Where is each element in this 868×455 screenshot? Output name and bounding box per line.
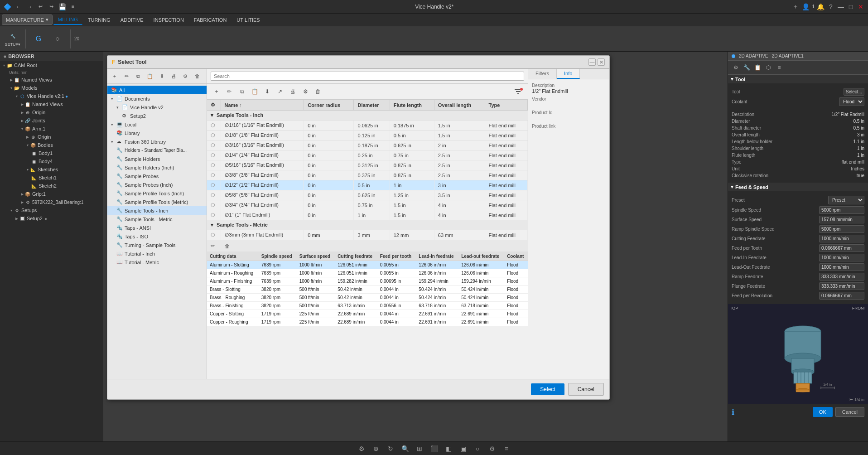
rp-leadin-input[interactable] [819,254,864,261]
tree-item-bearing[interactable]: ▶ ⚙ 5972K222_Ball Bearing:1 [0,198,103,206]
lib-add-btn[interactable]: + [109,71,120,82]
add-tab-btn[interactable]: ＋ [792,3,799,10]
lib-settings-btn[interactable]: ⚙ [180,71,191,82]
tree-item-named-views2[interactable]: ▶ 📋 Named Views [0,100,103,108]
status-icon-display[interactable]: ▣ [458,443,468,454]
tab-info[interactable]: Info [557,69,580,79]
cutting-row-2[interactable]: Aluminum - Roughing 7639 rpm 1000 ft/min… [207,269,528,277]
rp-info-icon[interactable]: ℹ [732,408,734,416]
lib-item-setup2[interactable]: ⚙ Setup2 [107,111,207,120]
tool-row-7[interactable]: ⬡ ∅1/2" (1/2" Flat Endmill) 0 in 0.5 in … [207,180,528,190]
lib-item-holders-std[interactable]: 🔧 Holders - Standard Taper Bla... [107,146,207,155]
menu-additive[interactable]: ADDITIVE [116,15,148,24]
paste-tool-btn[interactable]: ⬇ [261,86,273,97]
col-corner-radius[interactable]: Corner radius [304,100,354,111]
lib-item-sample-probes[interactable]: 🔧 Sample Probes [107,172,207,180]
tool-row-3[interactable]: ⬡ ∅3/16" (3/16" Flat Endmill) 0 in 0.187… [207,140,528,150]
dialog-cancel-btn[interactable]: Cancel [568,383,604,396]
col-name[interactable]: Name ↑ [221,100,304,111]
tree-item-vice-handle[interactable]: ▾ ⬡ Vice Handle v2:1 ● [0,92,103,100]
lib-item-local[interactable]: ▾ 💻 Local [107,120,207,129]
browser-header[interactable]: « BROWSER [0,52,103,61]
window-max-btn[interactable]: □ [847,3,854,10]
rp-plunge-input[interactable] [819,282,864,290]
nav-back-btn[interactable]: ← [15,3,22,10]
file-menu[interactable]: ≡ [69,3,77,10]
lib-item-documents[interactable]: ▾ 📄 Documents [107,94,207,103]
lib-item-turning-sample-tools[interactable]: 🔧 Turning - Sample Tools [107,241,207,249]
status-icon-view[interactable]: ◧ [443,443,454,454]
col-diameter[interactable]: Diameter [354,100,390,111]
menu-utilities[interactable]: UTILITIES [232,15,264,24]
cutting-row-3[interactable]: Aluminum - Finishing 7639 rpm 1000 ft/mi… [207,277,528,286]
tree-item-joints[interactable]: ▶ 🔗 Joints [0,116,103,125]
lib-import-btn[interactable]: ⬇ [156,71,167,82]
cutting-col-leadin[interactable]: Lead-in feedrate [416,252,458,261]
tree-item-sketches[interactable]: ▾ 📐 Sketches [0,165,103,174]
bell-btn[interactable]: 🔔 [817,3,825,10]
edit-cutting-btn[interactable]: ✏ [211,243,215,248]
rp-preset-select[interactable]: Preset [828,196,864,204]
rp-ramp-spindle-input[interactable] [819,225,864,233]
tab-filters[interactable]: Filters [528,69,557,79]
rp-icon-2[interactable]: 🔧 [742,63,752,73]
tool-row-1[interactable]: ⬡ ∅1/16" (1/16" Flat Endmill) 0 in 0.062… [207,121,528,131]
lib-edit-btn[interactable]: ✏ [121,71,132,82]
dialog-minimize-btn[interactable]: — [588,58,596,66]
lib-item-sample-probes-inch[interactable]: 🔧 Sample Probes (Inch) [107,180,207,189]
lib-item-library[interactable]: 📚 Library [107,129,207,137]
tool-row-8[interactable]: ⬡ ∅5/8" (5/8" Flat Endmill) 0 in 0.625 i… [207,190,528,200]
group-row-sample-tools-metric[interactable]: ▾ Sample Tools - Metric [207,220,528,230]
status-icon-cube[interactable]: ⬛ [429,443,439,454]
manufacture-dropdown[interactable]: MANUFACTURE ▾ [2,15,53,25]
tool-row-2[interactable]: ⬡ ∅1/8" (1/8" Flat Endmill) 0 in 0.125 i… [207,131,528,140]
lib-item-tutorial-metric[interactable]: 📖 Tutorial - Metric [107,258,207,266]
cutting-col-surface[interactable]: Surface speed [297,252,335,261]
rp-ok-btn[interactable]: OK [813,407,833,417]
status-icon-zoom[interactable]: 🔍 [400,443,410,454]
lib-item-sample-profile-tools-inch[interactable]: 🔧 Sample Profile Tools (Inch) [107,189,207,198]
tool-row-4[interactable]: ⬡ ∅1/4" (1/4" Flat Endmill) 0 in 0.25 in… [207,150,528,160]
tool-row-11[interactable]: ⬡ ∅3mm (3mm Flat Endmill) 0 mm 3 mm 12 m… [207,230,528,240]
status-icon-settings2[interactable]: ⚙ [487,443,497,454]
nav-fwd-btn[interactable]: → [26,3,33,10]
print-tool-btn[interactable]: 🖨 [287,86,299,97]
lib-item-sample-holders-inch[interactable]: 🔧 Sample Holders (Inch) [107,163,207,172]
cutting-row-8[interactable]: Copper - Roughing 1719 rpm 225 ft/min 22… [207,318,528,326]
lib-item-taps-iso[interactable]: 🔩 Taps - ISO [107,232,207,241]
rp-icon-1[interactable]: ⚙ [731,63,741,73]
window-min-btn[interactable]: — [837,3,844,10]
search-input[interactable] [211,72,524,81]
tree-item-grip1[interactable]: ▶ 📦 Grip:1 [0,190,103,198]
rp-feed-section-header[interactable]: ▾ Feed & Speed [728,183,868,191]
delete-cutting-btn[interactable]: 🗑 [225,243,230,249]
tool-row-9[interactable]: ⬡ ∅3/4" (3/4" Flat Endmill) 0 in 0.75 in… [207,200,528,210]
status-icon-grid[interactable]: ⊞ [414,443,425,454]
cutting-col-coolant[interactable]: Coolant [504,252,528,261]
history-btn[interactable]: ↩ [37,3,44,10]
col-type[interactable]: Type [485,100,527,111]
status-icon-target[interactable]: ⊕ [371,443,381,454]
edit-tool-btn[interactable]: ✏ [223,86,235,97]
menu-milling[interactable]: MILLING [53,15,82,25]
setup-btn[interactable]: 🔧 SETUP▾ [4,29,22,48]
lib-item-sample-tools-metric[interactable]: 🔧 Sample Tools - Metric [107,215,207,223]
tree-item-named-views[interactable]: ▶ 📋 Named Views [0,76,103,84]
select-btn[interactable]: Select [531,383,564,395]
filter-tool-btn[interactable] [512,86,524,97]
tree-item-sketch2[interactable]: 📐 Sketch2 [0,182,103,190]
tree-item-models[interactable]: ▾ 📂 Models [0,84,103,92]
rp-cutting-feedrate-input[interactable] [819,235,864,242]
rp-tool-section-header[interactable]: ▾ Tool [728,75,868,83]
menu-fabrication[interactable]: FABRICATION [189,15,231,24]
help-btn[interactable]: ? [827,3,834,10]
cutting-col-material[interactable]: Cutting data [207,252,259,261]
lib-item-sample-holders[interactable]: 🔧 Sample Holders [107,155,207,163]
tree-item-sketch1[interactable]: 📐 Sketch1 [0,174,103,182]
lib-paste-btn[interactable]: 📋 [145,71,155,82]
cutting-col-leadout[interactable]: Lead-out feedrate [458,252,504,261]
tree-item-setups[interactable]: ▾ ⚙ Setups [0,206,103,214]
rp-feed-per-rev-input[interactable] [819,292,864,300]
save-btn[interactable]: 💾 [58,3,66,10]
tree-item-body4[interactable]: ◼ Body4 [0,157,103,165]
